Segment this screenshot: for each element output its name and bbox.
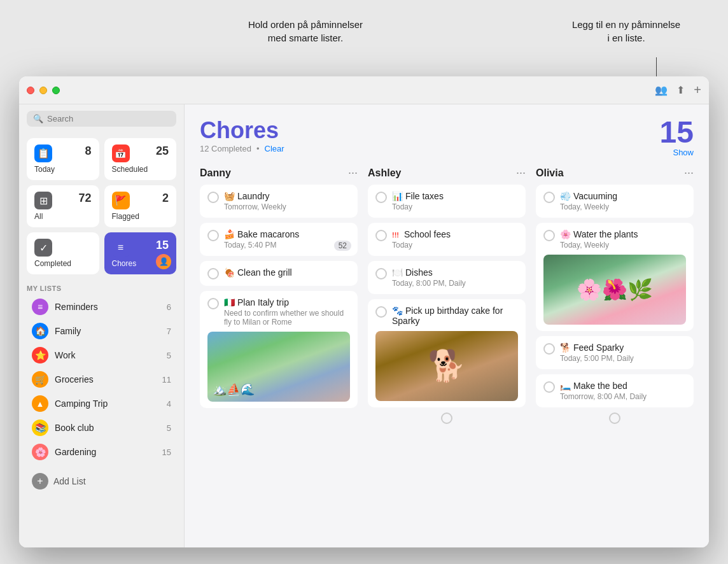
task-water-plants[interactable]: 🌸Water the plants Today, Weekly [536,223,694,331]
search-input[interactable] [47,114,170,123]
task-school-fees[interactable]: !!! School fees Today [368,223,526,256]
ashley-more-icon[interactable]: ··· [516,166,526,180]
task-subtitle-laundry: Tomorrow, Weekly [224,202,350,211]
work-label: Work [55,350,160,360]
sidebar-item-groceries[interactable]: 🛒 Groceries 11 [27,367,176,391]
task-dishes[interactable]: 🍽️Dishes Today, 8:00 PM, Daily [368,261,526,294]
column-header-ashley: Ashley ··· [368,166,526,180]
all-label: All [34,212,92,221]
add-list-icon: + [32,473,48,490]
task-checkbox-cake[interactable] [375,306,387,318]
bookclub-label: Book club [55,423,160,433]
task-checkbox-vacuuming[interactable] [543,192,555,203]
task-birthday-cake[interactable]: 🐾Pick up birthday cake for Sparky [368,299,526,407]
close-button[interactable] [27,87,34,94]
task-subtitle-macarons: Today, 5:40 PM [224,241,350,250]
sidebar-item-work[interactable]: ⭐ Work 5 [27,343,176,367]
task-title-italy: Plan Italy trip [237,297,289,307]
chores-icon: ≡ [112,239,130,257]
flagged-label: Flagged [112,212,169,221]
gardening-count: 15 [162,448,171,457]
flagged-count: 2 [162,192,169,205]
annotation-smart-lists: Hold orden på påminnelsermed smarte list… [216,18,395,45]
smart-list-today[interactable]: 📋 8 Today [27,138,99,180]
task-clean-grill[interactable]: 🍖Clean the grill [200,261,358,286]
dog-image [375,331,518,401]
olivia-more-icon[interactable]: ··· [684,166,694,180]
task-title-taxes: File taxes [405,191,444,201]
list-title: Chores [200,117,284,144]
task-subtitle-italy: Need to confirm whether we should fly to… [224,309,350,327]
scheduled-count: 25 [156,145,169,158]
task-columns: Danny ··· 🧺Laundry Tomorrow, Weekly [200,166,694,424]
sidebar-item-bookclub[interactable]: 📚 Book club 5 [27,416,176,440]
reminders-label: Reminders [55,302,160,312]
italy-image [207,332,350,402]
smart-list-chores[interactable]: ≡ 15 Chores 👤 [104,232,177,274]
today-count: 8 [85,145,91,158]
sidebar-item-family[interactable]: 🏠 Family 7 [27,319,176,343]
sidebar-item-reminders[interactable]: ≡ Reminders 6 [27,295,176,319]
camping-count: 4 [167,399,171,409]
annotation-add-reminder: Legg til en ny påminnelsei en liste. [563,18,690,45]
task-title-laundry: Laundry [237,191,270,201]
add-icon[interactable]: + [694,83,701,97]
titlebar-actions: 👥 ⬆ + [655,83,701,97]
column-header-danny: Danny ··· [200,166,358,180]
task-checkbox-school[interactable] [375,230,387,241]
task-checkbox-italy[interactable] [207,298,219,309]
share-icon[interactable]: ⬆ [676,84,685,96]
task-checkbox-bed[interactable] [543,381,555,393]
column-name-danny: Danny [200,167,231,179]
sidebar-item-camping[interactable]: ▲ Camping Trip 4 [27,391,176,416]
task-checkbox-sparky[interactable] [543,343,555,355]
task-checkbox-plants[interactable] [543,230,555,241]
main-content: Chores 12 Completed • Clear 15 Show [185,104,709,547]
task-feed-sparky[interactable]: 🐕Feed Sparky Today, 5:00 PM, Daily [536,336,694,369]
family-count: 7 [167,327,171,336]
smart-list-scheduled[interactable]: 📅 25 Scheduled [104,138,177,180]
smart-list-completed[interactable]: ✓ Completed [27,232,99,274]
task-vacuuming[interactable]: 💨Vacuuming Today, Weekly [536,185,694,218]
fullscreen-button[interactable] [52,87,60,94]
sidebar-item-gardening[interactable]: 🌸 Gardening 15 [27,440,176,464]
task-title-bed: Make the bed [573,381,627,391]
task-make-bed[interactable]: 🛏️Make the bed Tomorrow, 8:00 AM, Daily [536,374,694,407]
task-laundry[interactable]: 🧺Laundry Tomorrow, Weekly [200,185,358,218]
people-icon[interactable]: 👥 [655,84,668,96]
work-icon: ⭐ [32,347,48,363]
reminders-count: 6 [167,302,171,312]
ashley-empty-circle [441,412,452,424]
my-lists-section: My Lists ≡ Reminders 6 🏠 Family 7 [19,279,184,467]
all-count: 72 [78,192,91,205]
scheduled-label: Scheduled [112,165,169,174]
search-bar[interactable]: 🔍 [27,111,176,127]
app-window: 👥 ⬆ + 🔍 📋 8 Today 📅 [19,76,709,547]
smart-list-flagged[interactable]: 🚩 2 Flagged [104,185,177,227]
task-subtitle-bed: Tomorrow, 8:00 AM, Daily [560,392,686,401]
flagged-icon: 🚩 [112,192,130,209]
task-italy-trip[interactable]: 🇮🇹Plan Italy trip Need to confirm whethe… [200,291,358,408]
minimize-button[interactable] [39,87,47,94]
task-bake-macarons[interactable]: 🍰Bake macarons Today, 5:40 PM 52 [200,223,358,256]
danny-more-icon[interactable]: ··· [348,166,358,180]
task-file-taxes[interactable]: 📊File taxes Today [368,185,526,218]
flowers-image [543,255,686,325]
show-button[interactable]: Show [660,148,694,157]
family-icon: 🏠 [32,323,48,339]
groceries-count: 11 [162,375,171,384]
task-checkbox-grill[interactable] [207,268,219,279]
completed-icon: ✓ [34,239,52,257]
today-label: Today [34,165,92,174]
add-list-label: Add List [53,476,86,486]
task-checkbox-laundry[interactable] [207,192,219,203]
add-list-button[interactable]: + Add List [27,469,176,493]
clear-button[interactable]: Clear [265,144,284,153]
task-checkbox-dishes[interactable] [375,268,387,279]
task-subtitle-vacuuming: Today, Weekly [560,202,686,211]
task-checkbox-macarons[interactable] [207,230,219,241]
task-checkbox-taxes[interactable] [375,192,387,203]
smart-list-all[interactable]: ⊞ 72 All [27,185,99,227]
bookclub-icon: 📚 [32,419,48,436]
chores-avatar: 👤 [156,254,171,269]
